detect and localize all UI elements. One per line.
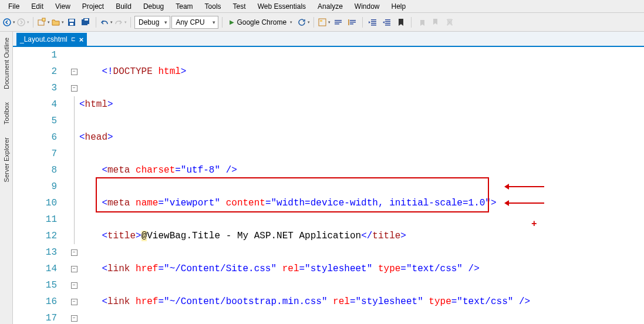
pin-icon[interactable]: ⊏ [71, 36, 76, 42]
svg-rect-23 [385, 21, 390, 22]
separator [33, 17, 33, 28]
menu-bar: File Edit View Project Build Debug Team … [0, 0, 644, 13]
fold-toggle-icon[interactable]: − [71, 249, 77, 256]
run-target-label: Google Chrome [237, 18, 286, 26]
line-number: 2 [13, 63, 57, 80]
menu-help[interactable]: Help [386, 1, 412, 12]
line-number: 1 [13, 47, 57, 63]
close-icon[interactable]: × [79, 35, 84, 44]
menu-file[interactable]: File [2, 1, 25, 12]
toolbar: ▾ ▾ ▾ ▾ ▾ ▾ Debug Any CPU ▶Google Chrome… [0, 13, 644, 32]
prev-bookmark-button[interactable] [415, 16, 428, 29]
svg-rect-14 [335, 23, 339, 25]
side-tab-server-explorer[interactable]: Server Explorer [2, 134, 11, 185]
menu-window[interactable]: Window [349, 1, 386, 12]
line-number: 4 [13, 96, 57, 113]
svg-rect-22 [385, 19, 390, 21]
new-project-button[interactable]: ▾ [37, 16, 50, 29]
menu-test[interactable]: Test [227, 1, 252, 12]
fold-toggle-icon[interactable]: − [71, 69, 77, 75]
new-inline-button[interactable]: ▾ [318, 16, 331, 29]
solution-config-combo[interactable]: Debug [134, 16, 170, 29]
annotation-arrow [509, 186, 544, 187]
svg-rect-13 [335, 22, 342, 23]
solution-platform-combo[interactable]: Any CPU [171, 16, 218, 29]
menu-analyze[interactable]: Analyze [312, 1, 349, 12]
redo-button[interactable]: ▾ [114, 16, 127, 29]
menu-tools[interactable]: Tools [199, 1, 227, 12]
svg-rect-25 [385, 25, 390, 26]
svg-rect-9 [85, 19, 88, 21]
line-number: 14 [13, 261, 57, 277]
outlining-margin[interactable]: − − − − − − − [69, 47, 79, 324]
separator [96, 17, 96, 28]
svg-point-0 [4, 19, 11, 26]
line-number: 9 [13, 178, 57, 195]
menu-edit[interactable]: Edit [25, 1, 49, 12]
fold-toggle-icon[interactable]: − [71, 85, 77, 92]
file-tab-active[interactable]: _Layout.cshtml ⊏ × [16, 33, 87, 46]
separator [222, 17, 222, 28]
side-tab-toolbox[interactable]: Toolbox [2, 99, 11, 128]
svg-rect-18 [371, 19, 376, 21]
fold-toggle-icon[interactable]: − [71, 266, 77, 272]
open-file-button[interactable]: ▾ [51, 16, 64, 29]
separator [313, 17, 314, 28]
start-debug-button[interactable]: ▶Google Chrome▾ [226, 16, 296, 29]
bookmark-button[interactable] [395, 16, 407, 29]
line-number: 6 [13, 129, 57, 146]
nav-back-button[interactable]: ▾ [2, 16, 15, 29]
next-bookmark-button[interactable] [429, 16, 442, 29]
line-number: 13 [13, 244, 57, 261]
separator [362, 17, 363, 28]
browser-link-refresh-button[interactable]: ▾ [297, 16, 310, 29]
svg-rect-21 [371, 25, 376, 26]
fold-toggle-icon[interactable]: − [71, 315, 77, 322]
separator [411, 17, 412, 28]
menu-debug[interactable]: Debug [137, 1, 170, 12]
file-tab-filename: _Layout.cshtml [20, 35, 68, 43]
code-editor[interactable]: 1 2 3 4 5 6 7 8 9 10 11 12 13 14 15 16 1… [13, 46, 644, 324]
undo-button[interactable]: ▾ [100, 16, 113, 29]
svg-rect-10 [319, 19, 326, 26]
side-tool-tabs: Document Outline Toolbox Server Explorer [0, 32, 13, 324]
nav-forward-button[interactable]: ▾ [16, 16, 29, 29]
line-number: 10 [13, 195, 57, 211]
menu-view[interactable]: View [49, 1, 76, 12]
line-number: 7 [13, 146, 57, 162]
svg-point-1 [18, 19, 25, 26]
side-tab-document-outline[interactable]: Document Outline [2, 34, 11, 93]
clear-bookmarks-button[interactable] [443, 16, 456, 29]
svg-rect-16 [350, 22, 356, 23]
svg-rect-5 [69, 19, 74, 22]
separator [130, 17, 131, 28]
svg-rect-3 [42, 18, 45, 21]
svg-rect-15 [350, 20, 356, 21]
save-all-button[interactable] [79, 16, 92, 29]
uncomment-button[interactable] [346, 16, 359, 29]
menu-team[interactable]: Team [170, 1, 198, 12]
svg-rect-24 [385, 23, 390, 24]
increase-indent-button[interactable] [380, 16, 393, 29]
decrease-indent-button[interactable] [366, 16, 379, 29]
menu-project[interactable]: Project [76, 1, 110, 12]
comment-button[interactable] [332, 16, 345, 29]
fold-toggle-icon[interactable]: − [71, 282, 77, 289]
save-button[interactable] [65, 16, 78, 29]
line-number: 12 [13, 228, 57, 244]
svg-rect-19 [371, 21, 376, 22]
line-number: 5 [13, 113, 57, 129]
svg-rect-17 [350, 23, 353, 25]
menu-web-essentials[interactable]: Web Essentials [252, 1, 312, 12]
line-number: 11 [13, 211, 57, 228]
line-number: 17 [13, 310, 57, 324]
document-tab-well: _Layout.cshtml ⊏ × [13, 32, 644, 46]
line-number: 3 [13, 80, 57, 96]
code-text-area[interactable]: <!DOCTYPE html> <html> <head> <meta char… [79, 47, 644, 324]
menu-build[interactable]: Build [110, 1, 137, 12]
line-number: 16 [13, 293, 57, 310]
svg-rect-12 [335, 20, 342, 21]
line-number: 8 [13, 162, 57, 178]
fold-toggle-icon[interactable]: − [71, 299, 77, 305]
svg-rect-11 [320, 20, 322, 22]
